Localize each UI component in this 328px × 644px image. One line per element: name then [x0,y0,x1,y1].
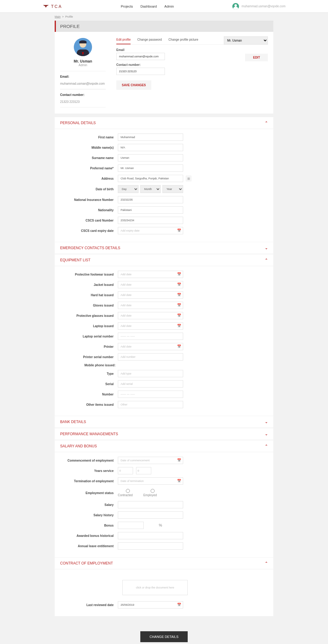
employed-radio[interactable] [143,489,162,493]
section-emergency-header[interactable]: EMERGENCY CONTACTS DETAILS ⌄ [55,242,273,254]
profile-role: Admin [60,63,106,67]
bonus-input[interactable] [118,522,144,529]
email-input[interactable] [116,53,165,60]
section-title: PERFORMANCE MANAGEMENTS [60,432,118,436]
printer-sn-input[interactable] [118,353,183,361]
other-label: Other items issued [60,403,118,406]
salary-input[interactable] [118,501,183,508]
mobile-phone-heading: Mobile phone issued: [84,364,268,367]
annual-leave-input[interactable] [118,542,183,550]
chevron-up-icon: ⌃ [265,121,268,125]
tab-edit-profile[interactable]: Edit profile [116,38,131,44]
preferred-name-label: Preferred name* [60,167,118,170]
map-icon[interactable]: ⊞ [186,175,192,181]
laptop-input[interactable] [118,322,183,330]
bonus-percent: % [159,523,162,527]
cscs-expiry-input[interactable] [118,227,183,234]
awarded-bonus-label: Awarded bonus historical [60,534,118,537]
tab-change-password[interactable]: Change password [137,38,162,44]
contact-field-label: Contact number: [116,63,268,66]
contracted-radio-label[interactable]: Contracted [118,489,138,497]
number-input[interactable] [118,391,183,398]
email-label: Email: [60,73,106,80]
tab-change-picture[interactable]: Change profile picture [169,38,198,44]
email-field-label: Email [116,48,268,52]
contact-label: Contact number: [60,91,106,98]
commencement-label: Commencement of employment [60,459,118,462]
awarded-bonus-input[interactable] [118,532,183,539]
termination-input[interactable] [118,477,183,485]
hardhat-label: Hard hat issued [60,293,118,297]
hardhat-input[interactable] [118,291,183,299]
section-title: CONTRACT OF EMPLOYMENT [60,561,113,565]
commencement-input[interactable] [118,457,183,464]
chevron-down-icon: ⌄ [265,420,268,424]
document-dropzone[interactable]: click or drop the document here [122,580,188,595]
logo-icon [43,4,49,9]
preferred-name-input[interactable] [118,164,183,172]
user-area[interactable]: muhammad.usman@vqode.com [232,3,285,10]
first-name-input[interactable] [118,134,183,141]
gloves-input[interactable] [118,302,183,309]
nin-input[interactable] [118,196,183,203]
section-title: EQUIPMENT LIST [60,258,91,262]
footwear-input[interactable] [118,271,183,278]
other-input[interactable] [118,401,183,408]
glasses-input[interactable] [118,312,183,319]
chevron-down-icon: ⌄ [265,432,268,436]
surname-input[interactable] [118,154,183,161]
address-input[interactable] [118,175,183,182]
nav-projects[interactable]: Projects [121,5,133,8]
nav-dashboard[interactable]: Dashboard [141,5,157,8]
save-changes-button[interactable]: SAVE CHANGES [116,80,151,90]
user-email: muhammad.usman@vqode.com [241,5,285,8]
contracted-radio[interactable] [118,489,138,493]
nav-admin[interactable]: Admin [164,5,174,8]
last-reviewed-label: Last reviewed date [60,603,118,607]
laptop-label: Laptop issued [60,324,118,328]
nationality-label: Nationality [60,208,118,212]
section-contract-header[interactable]: CONTRACT OF EMPLOYMENT ⌃ [55,558,273,569]
cscs-input[interactable] [118,217,183,224]
years-input-2[interactable] [136,467,151,474]
dob-year-select[interactable]: Year [162,185,183,193]
breadcrumb-profile: Profile [65,15,73,18]
printer-sn-label: Printer serial number [60,355,118,359]
profile-name: Mr. Usman [60,59,106,63]
type-label: Type [60,372,118,375]
section-equipment-header[interactable]: EQUIPMENT LIST ⌃ [55,254,273,266]
annual-leave-label: Annual leave entitlement [60,544,118,548]
years-label: Years service [60,469,118,473]
dob-month-select[interactable]: Month [140,185,161,193]
section-personal-details-header[interactable]: PERSONAL DETAILS ⌃ [55,117,273,129]
user-select[interactable]: Mr. Usman [224,36,268,45]
section-salary-header[interactable]: SALARY AND BONUS ⌃ [55,440,273,452]
nationality-input[interactable] [118,206,183,214]
laptop-sn-input[interactable] [118,333,183,340]
edit-button[interactable]: EDIT [245,54,268,61]
section-performance-header[interactable]: PERFORMANCE MANAGEMENTS ⌄ [55,428,273,440]
main-nav: Projects Dashboard Admin [121,5,174,8]
last-reviewed-input[interactable] [118,601,183,608]
bonus-label: Bonus [60,524,118,527]
logo-text: TCA [51,4,62,9]
cscs-label: CSCS card Number [60,219,118,222]
page-title: PROFILE [55,21,273,32]
chevron-down-icon: ⌄ [265,246,268,250]
jacket-input[interactable] [118,281,183,288]
contact-input[interactable] [116,68,165,75]
breadcrumb-main[interactable]: Main [55,15,61,18]
middle-name-label: Middle name(s) [60,146,118,149]
serial-input[interactable] [118,380,183,388]
dob-day-select[interactable]: Day [118,185,138,193]
salary-history-input[interactable] [118,511,183,519]
change-details-button[interactable]: CHANGE DETAILS [140,631,187,642]
gloves-label: Gloves issued [60,304,118,307]
printer-input[interactable] [118,343,183,350]
type-input[interactable] [118,370,183,377]
printer-label: Printer [60,345,118,348]
section-bank-header[interactable]: BANK DETAILS ⌄ [55,416,273,428]
years-input-1[interactable] [118,467,133,474]
middle-name-input[interactable] [118,144,183,151]
employed-radio-label[interactable]: Employed [143,489,162,497]
